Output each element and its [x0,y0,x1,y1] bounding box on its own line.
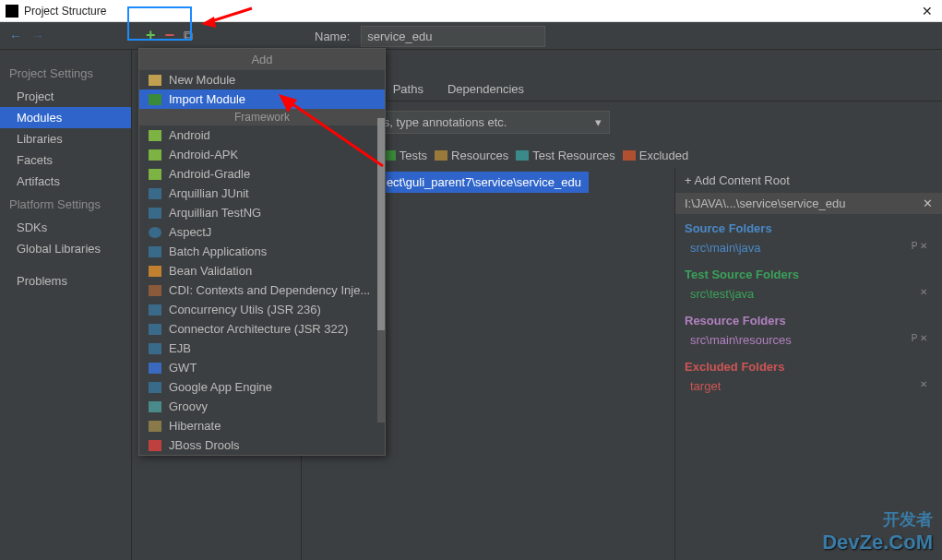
popup-framework-item[interactable]: Bean Validation [139,261,385,280]
mark-resources[interactable]: Resources [451,149,508,162]
tab-paths[interactable]: Paths [381,77,435,101]
popup-framework-item[interactable]: AspectJ [139,222,385,242]
popup-framework-item[interactable]: Android-APK [139,145,385,164]
add-content-root-button[interactable]: + Add Content Root [675,168,942,193]
mark-test-resources[interactable]: Test Resources [532,149,615,162]
popup-framework-item[interactable]: Android-Gradle [139,164,385,184]
framework-icon [149,440,161,451]
mark-as-row: Sources Tests Resources Test Resources E… [302,143,942,168]
folder-section-heading: Resource Folders [685,310,933,331]
mark-excluded[interactable]: Excluded [639,149,688,162]
content-root-path: I:\JAVA\...\service\service_edu ✕ [675,193,942,214]
framework-icon [149,246,161,257]
framework-icon [149,343,161,354]
popup-framework-item[interactable]: Arquillian TestNG [139,203,385,222]
nav-heading-project-settings: Project Settings [0,61,131,86]
left-nav: Project Settings ProjectModulesLibraries… [0,50,131,560]
module-detail-panel: Name: Sources Paths Dependencies 8 - Lam… [302,50,942,560]
forward-icon[interactable]: → [31,29,44,43]
folder-item-remove-icon[interactable]: P ✕ [912,241,927,255]
folder-item-remove-icon[interactable]: ✕ [920,287,927,301]
popup-import-module[interactable]: Import Module [139,89,385,109]
copy-icon[interactable]: ⧉ [184,28,193,43]
tab-dependencies[interactable]: Dependencies [435,77,536,101]
framework-icon [149,304,161,316]
nav-item-sdks[interactable]: SDKs [0,217,131,238]
folder-section-heading: Excluded Folders [685,356,933,377]
folder-item-remove-icon[interactable]: ✕ [920,379,927,393]
framework-icon [149,324,161,335]
popup-framework-item[interactable]: Batch Applications [139,242,385,261]
nav-heading-platform-settings: Platform Settings [0,192,131,217]
popup-title: Add [139,49,385,70]
module-name-input[interactable] [361,26,545,47]
folder-item[interactable]: src\test\java✕ [685,285,933,303]
folder-item[interactable]: src\main\javaP ✕ [685,239,933,256]
watermark-text: DevZe.CoM [822,530,933,554]
framework-icon [149,382,161,393]
add-button[interactable]: + [146,26,156,45]
popup-framework-item[interactable]: Groovy [139,397,385,416]
nav-item-global-libraries[interactable]: Global Libraries [0,238,131,259]
nav-item-modules[interactable]: Modules [0,107,131,128]
framework-icon [149,130,161,141]
popup-framework-item[interactable]: Connector Architecture (JSR 322) [139,319,385,339]
name-label: Name: [315,30,350,43]
framework-icon [149,208,161,219]
import-icon [149,94,161,105]
remove-root-icon[interactable]: ✕ [923,197,933,210]
popup-framework-item[interactable]: CDI: Contexts and Dependency Inje... [139,280,385,300]
folder-section-heading: Test Source Folders [685,264,933,285]
titlebar: Project Structure ✕ [0,0,942,22]
close-icon[interactable]: ✕ [918,4,936,18]
framework-icon [149,363,161,374]
folder-item[interactable]: target✕ [685,377,933,395]
folder-icon [149,75,161,86]
watermark-text: 开发者 [883,508,933,530]
nav-item-artifacts[interactable]: Artifacts [0,171,131,192]
popup-framework-item[interactable]: JBoss Drools [139,435,385,455]
popup-framework-item[interactable]: Concurrency Utils (JSR 236) [139,300,385,319]
add-popup: Add New Module Import Module Framework A… [138,48,386,456]
nav-item-project[interactable]: Project [0,86,131,107]
framework-icon [149,401,161,412]
popup-new-module[interactable]: New Module [139,70,385,89]
window-title: Project Structure [24,5,918,18]
nav-item-facets[interactable]: Facets [0,149,131,171]
tabs: Sources Paths Dependencies [302,76,942,101]
app-icon [6,5,18,18]
framework-icon [149,188,161,199]
mark-tests[interactable]: Tests [399,149,427,162]
framework-icon [149,421,161,432]
popup-scrollbar[interactable] [377,118,385,423]
popup-framework-item[interactable]: Hibernate [139,416,385,435]
back-icon[interactable]: ← [9,29,22,43]
popup-framework-heading: Framework [139,109,385,125]
folder-item[interactable]: src\main\resourcesP ✕ [685,331,933,349]
nav-item-problems[interactable]: Problems [0,270,131,292]
test-resources-icon [516,150,529,161]
popup-framework-item[interactable]: Android [139,125,385,145]
framework-icon [149,285,161,296]
framework-icon [149,227,161,238]
nav-item-libraries[interactable]: Libraries [0,128,131,149]
popup-framework-item[interactable]: Arquillian JUnit [139,184,385,203]
framework-icon [149,169,161,180]
remove-button[interactable]: − [165,26,175,45]
content-root-panel: + Add Content Root I:\JAVA\...\service\s… [674,168,942,560]
excluded-icon [623,150,636,161]
framework-icon [149,266,161,277]
popup-framework-item[interactable]: Google App Engine [139,377,385,397]
popup-framework-item[interactable]: EJB [139,339,385,358]
resources-icon [435,150,447,161]
folder-item-remove-icon[interactable]: P ✕ [912,333,927,347]
framework-icon [149,149,161,161]
folder-section-heading: Source Folders [685,218,933,239]
popup-framework-item[interactable]: GWT [139,358,385,377]
